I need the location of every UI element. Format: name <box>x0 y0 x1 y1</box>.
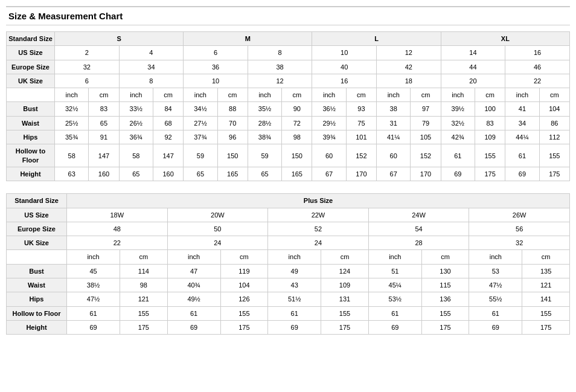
hips-val: 112 <box>539 130 569 144</box>
hollow2-val: 155 <box>522 306 570 320</box>
waist-val: 31 <box>377 116 411 130</box>
us-size2-val: 24W <box>368 208 469 222</box>
hollow-val: 61 <box>441 144 475 167</box>
height2-val: 175 <box>321 320 369 334</box>
height2-val: 69 <box>268 320 321 334</box>
unit-cm: cm <box>346 88 376 102</box>
euro-size-val: 32 <box>55 60 120 74</box>
size-chart-table-1: Standard Size S M L XL US Size 2 4 6 8 1… <box>6 31 570 181</box>
euro-size2-val: 56 <box>469 222 570 236</box>
hips-val: 105 <box>411 130 441 144</box>
hollow-val: 155 <box>475 144 505 167</box>
hips-val: 101 <box>346 130 376 144</box>
bust-val: 90 <box>282 102 312 116</box>
hollow-val: 147 <box>89 144 119 167</box>
waist2-val: 47½ <box>469 278 522 292</box>
euro-size-val: 36 <box>184 60 248 74</box>
us-size-val: 10 <box>312 46 377 60</box>
bust-val: 36½ <box>312 102 346 116</box>
bust2-val: 130 <box>421 264 469 278</box>
hollow2-label: Hollow to Floor <box>7 306 67 320</box>
hollow2-val: 155 <box>321 306 369 320</box>
waist2-val: 43 <box>268 278 321 292</box>
us-size-val: 14 <box>441 46 505 60</box>
hollow-val: 147 <box>153 144 183 167</box>
bust2-val: 53 <box>469 264 522 278</box>
bust-val: 83 <box>89 102 119 116</box>
hollow-val: 152 <box>411 144 441 167</box>
unit-inch: inch <box>119 88 153 102</box>
bust2-val: 45 <box>67 264 120 278</box>
us-size-val: 12 <box>377 46 441 60</box>
hips-val: 35¾ <box>55 130 89 144</box>
hips2-val: 55½ <box>469 292 522 306</box>
hollow2-val: 61 <box>167 306 220 320</box>
waist-val: 75 <box>346 116 376 130</box>
uk-size-val: 6 <box>55 74 120 88</box>
euro-size2-val: 54 <box>368 222 469 236</box>
bust-val: 35½ <box>248 102 281 116</box>
unit-cm: cm <box>282 88 312 102</box>
waist-val: 29½ <box>312 116 346 130</box>
waist2-val: 104 <box>220 278 268 292</box>
unit2-inch: inch <box>368 250 421 264</box>
euro-size-val: 46 <box>505 60 570 74</box>
unit-inch: inch <box>248 88 281 102</box>
col-s: S <box>55 32 184 46</box>
us-size-val: 4 <box>119 46 184 60</box>
waist2-val: 115 <box>421 278 469 292</box>
bust-val: 100 <box>475 102 505 116</box>
uk-size-val: 8 <box>119 74 184 88</box>
euro-size2-val: 50 <box>167 222 268 236</box>
hips2-val: 141 <box>522 292 570 306</box>
waist-val: 79 <box>411 116 441 130</box>
height-val: 65 <box>119 167 153 181</box>
waist2-val: 45¼ <box>368 278 421 292</box>
unit-inch: inch <box>55 88 89 102</box>
waist-val: 68 <box>153 116 183 130</box>
height-val: 170 <box>411 167 441 181</box>
bust2-label: Bust <box>7 264 67 278</box>
hips-val: 91 <box>89 130 119 144</box>
hollow-val: 59 <box>248 144 281 167</box>
us-size-val: 16 <box>505 46 570 60</box>
waist2-val: 121 <box>522 278 570 292</box>
unit2-inch: inch <box>167 250 220 264</box>
height-val: 175 <box>539 167 569 181</box>
bust2-val: 135 <box>522 264 570 278</box>
bust2-val: 49 <box>268 264 321 278</box>
waist-val: 28½ <box>248 116 281 130</box>
bust-val: 97 <box>411 102 441 116</box>
hollow2-val: 61 <box>268 306 321 320</box>
col2-standard-size: Standard Size <box>7 194 67 208</box>
uk-size-val: 18 <box>377 74 441 88</box>
hips-val: 39¾ <box>312 130 346 144</box>
unit2-cm: cm <box>220 250 268 264</box>
hips-val: 38¾ <box>248 130 281 144</box>
waist-val: 86 <box>539 116 569 130</box>
uk-size-label: UK Size <box>7 74 55 88</box>
unit-cm: cm <box>217 88 248 102</box>
uk-size-val: 10 <box>184 74 248 88</box>
unit2-cm: cm <box>421 250 469 264</box>
height2-val: 175 <box>120 320 168 334</box>
hips-val: 37¾ <box>184 130 217 144</box>
hollow-val: 58 <box>55 144 89 167</box>
page-title: Size & Measurement Chart <box>6 6 570 25</box>
unit-inch: inch <box>441 88 475 102</box>
waist-val: 25½ <box>55 116 89 130</box>
uk-size2-val: 24 <box>167 236 268 250</box>
unit2-inch: inch <box>67 250 120 264</box>
hips2-label: Hips <box>7 292 67 306</box>
height-val: 67 <box>312 167 346 181</box>
hollow-val: 60 <box>312 144 346 167</box>
hips-val: 109 <box>475 130 505 144</box>
bust-val: 84 <box>153 102 183 116</box>
bust-val: 104 <box>539 102 569 116</box>
unit-cm: cm <box>475 88 505 102</box>
unit2-cm: cm <box>321 250 369 264</box>
euro-size-val: 34 <box>119 60 184 74</box>
bust-label: Bust <box>7 102 55 116</box>
waist-val: 34 <box>505 116 539 130</box>
hollow2-val: 61 <box>368 306 421 320</box>
